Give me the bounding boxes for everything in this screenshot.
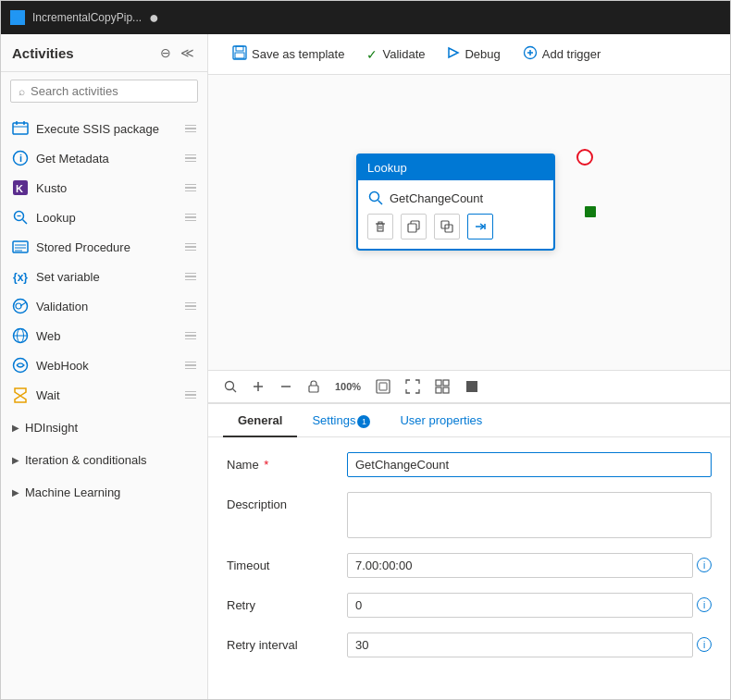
tab-settings[interactable]: Settings1 [297,404,385,437]
debug-btn[interactable]: Debug [438,42,509,67]
svg-point-24 [14,359,28,373]
kusto-label: Kusto [36,181,67,195]
execute-ssis-icon [12,120,29,137]
canvas-controls: 100% [208,370,730,403]
lookup-card-header: Lookup [358,155,553,180]
search-box: ⌕ [10,80,198,103]
machine-learning-label: Machine Learning [25,485,120,499]
activity-item-set-variable[interactable]: {x} Set variable [1,262,207,291]
validation-label: Validation [36,300,88,313]
retry-interval-info-icon[interactable]: i [697,637,712,652]
canvas-fit-btn[interactable] [371,376,395,397]
svg-rect-53 [436,387,441,393]
machine-learning-arrow: ▶ [12,487,19,497]
group-machine-learning[interactable]: ▶ Machine Learning [1,474,207,507]
canvas-area[interactable]: Lookup GetChangeCount [208,75,730,370]
execute-ssis-label: Execute SSIS package [36,122,159,136]
stored-procedure-label: Stored Procedure [36,240,130,254]
card-duplicate-btn[interactable] [434,214,460,239]
svg-point-32 [370,192,379,202]
add-trigger-icon [523,45,538,63]
activity-item-webhook[interactable]: WebHook [1,350,207,380]
card-copy-btn[interactable] [401,214,427,239]
name-input[interactable] [347,452,712,477]
lookup-icon [12,209,29,226]
web-icon [12,327,29,344]
svg-line-11 [23,220,28,225]
validate-btn[interactable]: ✓ Validate [357,43,434,67]
activity-item-web[interactable]: Web [1,321,207,350]
lookup-card-actions [367,214,544,239]
success-indicator [585,206,596,217]
drag-handle [185,214,196,222]
canvas-snap-btn[interactable] [460,376,484,397]
group-hdinsight[interactable]: ▶ HDInsight [1,410,207,442]
retry-input[interactable] [347,593,693,618]
activity-item-stored-procedure[interactable]: Stored Procedure [1,232,207,262]
search-input[interactable] [31,84,190,98]
lookup-card[interactable]: Lookup GetChangeCount [356,154,555,251]
activity-item-get-metadata[interactable]: i Get Metadata [1,143,207,173]
retry-info-icon[interactable]: i [697,597,712,612]
svg-rect-26 [236,46,243,51]
left-panel: Activities ⊖ ≪ ⌕ Execute SSIS pac [1,34,208,699]
tab-user-properties[interactable]: User properties [385,404,497,437]
add-trigger-btn[interactable]: Add trigger [514,41,611,68]
svg-rect-55 [466,381,477,392]
drag-handle [185,391,196,399]
drag-handle [185,362,196,370]
svg-rect-49 [377,380,390,393]
canvas-distribute-btn[interactable] [430,376,454,397]
activity-item-validation[interactable]: Validation [1,291,207,321]
panel-header: Activities ⊖ ≪ [1,34,207,72]
right-panel: Save as template ✓ Validate Debug Ad [208,34,730,699]
name-label: Name * [227,452,347,472]
activity-item-lookup[interactable]: Lookup [1,203,207,232]
canvas-search-btn[interactable] [219,377,242,396]
lookup-card-name: GetChangeCount [367,190,544,206]
svg-rect-2 [13,123,28,134]
svg-rect-50 [379,383,387,390]
modified-dot: ● [149,9,159,26]
toolbar: Save as template ✓ Validate Debug Ad [208,34,730,75]
canvas-zoom-out-btn[interactable] [275,377,297,396]
save-as-template-label: Save as template [252,47,344,61]
panel-minimize-btn[interactable]: ⊖ [158,43,173,62]
canvas-add-btn[interactable] [247,377,269,396]
drag-handle [185,154,196,163]
wait-label: Wait [36,388,60,402]
validate-icon: ✓ [366,47,378,62]
timeout-field-row: Timeout i [227,553,712,578]
canvas-zoom-100-btn[interactable]: 100% [330,378,366,395]
svg-rect-34 [378,224,383,231]
save-as-template-btn[interactable]: Save as template [223,41,353,68]
validate-label: Validate [382,47,425,61]
activity-item-wait[interactable]: Wait [1,380,207,410]
debug-icon [447,46,460,62]
error-indicator [576,149,593,166]
panel-collapse-btn[interactable]: ≪ [179,43,196,62]
svg-text:ADF: ADF [13,15,24,23]
drag-handle [185,273,196,281]
card-connect-btn[interactable] [467,214,493,239]
timeout-info-icon[interactable]: i [697,558,712,572]
retry-interval-input[interactable] [347,632,693,657]
tab-general[interactable]: General [223,404,297,437]
description-input[interactable] [347,492,712,538]
lookup-card-body: GetChangeCount [358,180,553,249]
drag-handle [185,302,196,311]
group-iteration[interactable]: ▶ Iteration & conditionals [1,442,207,474]
activity-item-kusto[interactable]: K Kusto [1,173,207,203]
adf-icon: ADF [10,10,25,25]
web-label: Web [36,329,61,343]
drag-handle [185,184,196,192]
svg-marker-28 [449,48,458,57]
card-delete-btn[interactable] [367,214,393,239]
retry-interval-field-row: Retry interval i [227,632,712,657]
canvas-lock-btn[interactable] [303,377,325,396]
canvas-expand-btn[interactable] [401,376,425,397]
svg-rect-52 [443,380,449,386]
panel-title: Activities [12,45,74,61]
activity-item-execute-ssis[interactable]: Execute SSIS package [1,114,207,143]
timeout-input[interactable] [347,553,693,578]
